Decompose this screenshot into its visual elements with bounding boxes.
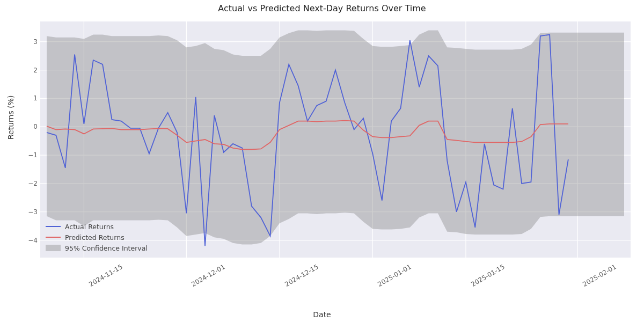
y-tick-label: 2 <box>5 67 38 74</box>
x-axis-label: Date <box>0 310 644 319</box>
y-tick-label: 3 <box>5 38 38 46</box>
x-tick-label: 2024-12-15 <box>283 263 319 288</box>
legend: Actual Returns Predicted Returns 95% Con… <box>46 221 148 253</box>
legend-label: Actual Returns <box>65 223 114 231</box>
legend-swatch-patch-icon <box>46 245 61 251</box>
y-tick-label: 1 <box>5 94 38 102</box>
x-tick-label: 2024-11-15 <box>88 263 124 288</box>
legend-label: Predicted Returns <box>65 233 125 241</box>
legend-swatch-line-icon <box>46 226 61 227</box>
chart-title: Actual vs Predicted Next-Day Returns Ove… <box>0 3 644 13</box>
figure: Actual vs Predicted Next-Day Returns Ove… <box>0 0 644 322</box>
y-tick-label: −3 <box>5 208 38 216</box>
x-tick-label: 2025-02-01 <box>582 263 618 288</box>
y-tick-label: 0 <box>5 123 38 130</box>
confidence-band <box>47 31 624 245</box>
x-tick-label: 2025-01-01 <box>377 263 413 288</box>
y-tick-label: −1 <box>5 151 38 159</box>
legend-item-actual: Actual Returns <box>46 221 148 232</box>
legend-item-predicted: Predicted Returns <box>46 232 148 243</box>
x-tick-label: 2024-12-01 <box>191 263 226 288</box>
legend-swatch-line-icon <box>46 237 61 238</box>
legend-label: 95% Confidence Interval <box>65 244 148 252</box>
x-tick-label: 2025-01-15 <box>470 263 506 288</box>
y-tick-label: −4 <box>5 237 38 244</box>
legend-item-ci: 95% Confidence Interval <box>46 243 148 253</box>
y-tick-label: −2 <box>5 180 38 187</box>
